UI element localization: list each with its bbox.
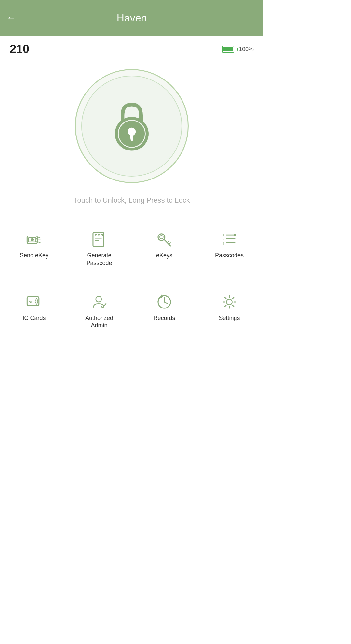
ekeys-item[interactable]: eKeys [133, 224, 195, 274]
battery-container: 100% [222, 46, 254, 53]
svg-text:9: 9 [222, 241, 224, 245]
touch-hint: Touch to Unlock, Long Press to Lock [74, 196, 190, 205]
ic-cards-icon: RF [26, 293, 43, 310]
info-row: 210 100% [0, 36, 263, 59]
menu-row-2: RF IC Cards Authorized Admin [0, 280, 263, 343]
send-ekey-label: Send eKey [20, 252, 48, 259]
menu-row-1: Send eKey Generate Passcode [0, 218, 263, 280]
authorized-admin-label: Authorized Admin [85, 314, 113, 330]
svg-text:RF: RF [29, 300, 33, 303]
svg-rect-12 [101, 234, 102, 236]
generate-passcode-item[interactable]: Generate Passcode [68, 224, 130, 274]
passcodes-icon: 3 6 9 [221, 231, 238, 248]
battery-icon [222, 46, 236, 53]
settings-icon [221, 293, 238, 310]
svg-point-14 [160, 236, 163, 239]
battery-percent: 100% [239, 46, 254, 53]
ekeys-icon [156, 231, 173, 248]
svg-line-31 [164, 302, 168, 304]
settings-item[interactable]: Settings [198, 287, 260, 336]
app-header: ← Haven [0, 0, 263, 36]
authorized-admin-icon [91, 293, 108, 310]
ic-cards-item[interactable]: RF IC Cards [3, 287, 65, 336]
records-icon [156, 293, 173, 310]
svg-line-16 [167, 241, 169, 243]
svg-text:6: 6 [222, 237, 224, 241]
authorized-admin-item[interactable]: Authorized Admin [68, 287, 130, 336]
records-label: Records [153, 314, 175, 322]
svg-text:3: 3 [222, 233, 224, 237]
svg-point-2 [128, 128, 136, 136]
generate-passcode-icon [91, 231, 108, 248]
generate-passcode-label: Generate Passcode [86, 252, 112, 267]
ic-cards-label: IC Cards [22, 314, 46, 322]
ekeys-label: eKeys [156, 252, 172, 259]
settings-label: Settings [219, 314, 240, 322]
send-ekey-item[interactable]: Send eKey [3, 224, 65, 274]
svg-line-17 [169, 243, 170, 244]
lock-icon [107, 98, 156, 154]
lock-number: 210 [10, 42, 29, 56]
svg-rect-10 [95, 234, 97, 236]
svg-rect-11 [98, 234, 100, 236]
passcodes-label: Passcodes [215, 252, 244, 259]
lock-area[interactable]: Touch to Unlock, Long Press to Lock [0, 59, 263, 218]
passcodes-item[interactable]: 3 6 9 Passcodes [198, 224, 260, 274]
page-title: Haven [117, 12, 147, 24]
send-ekey-icon [26, 231, 43, 248]
lock-circle-outer[interactable] [75, 69, 189, 183]
svg-point-5 [31, 238, 34, 241]
lock-circle-inner[interactable] [81, 76, 182, 177]
back-button[interactable]: ← [7, 13, 16, 23]
svg-point-32 [226, 299, 232, 305]
battery-fill [223, 47, 233, 51]
svg-point-28 [96, 296, 101, 302]
battery-tip [237, 48, 238, 51]
records-item[interactable]: Records [133, 287, 195, 336]
